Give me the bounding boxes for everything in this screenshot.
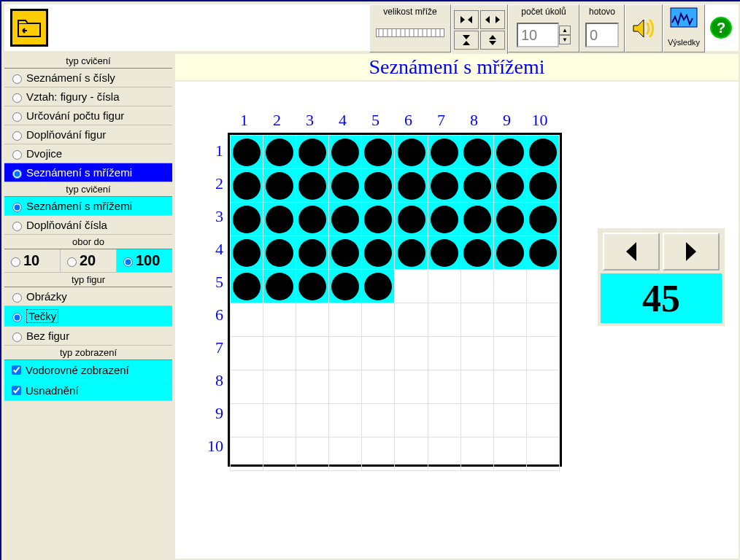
cell-2-4 xyxy=(329,169,362,203)
sound-button[interactable] xyxy=(625,4,663,52)
cell-8-1 xyxy=(231,370,263,404)
results-label: Výsledky xyxy=(663,38,704,47)
section-typ-cviceni2: typ cvičení xyxy=(4,182,172,197)
cell-9-6 xyxy=(395,404,428,438)
results-button[interactable]: Výsledky xyxy=(663,4,705,52)
fig-1[interactable]: Tečky xyxy=(4,306,172,327)
next-button[interactable] xyxy=(663,233,720,271)
dot-icon xyxy=(431,172,458,200)
help-button[interactable]: ? xyxy=(705,4,737,51)
row-1: 1 xyxy=(197,134,228,167)
row-3: 3 xyxy=(197,200,228,233)
cell-1-8 xyxy=(460,136,493,169)
cell-2-6 xyxy=(395,169,428,203)
cell-2-9 xyxy=(493,169,526,203)
opt1-1[interactable]: Vztah: figury - čísla xyxy=(4,88,172,106)
cell-7-5 xyxy=(362,337,395,370)
cell-7-9 xyxy=(493,337,526,370)
dot-icon xyxy=(463,139,491,166)
dot-icon xyxy=(266,273,293,300)
disp-0[interactable]: Vodorovné zobrazení xyxy=(4,360,172,381)
opt1-2[interactable]: Určování počtu figur xyxy=(4,106,172,125)
cell-3-7 xyxy=(428,203,460,236)
cell-4-3 xyxy=(296,236,329,270)
opt2-0[interactable]: Seznámení s mřížemi xyxy=(4,197,172,216)
expand-vert-button[interactable] xyxy=(480,31,505,50)
col-7: 7 xyxy=(425,111,458,130)
col-1: 1 xyxy=(228,111,261,130)
cell-9-9 xyxy=(493,404,526,438)
cell-3-2 xyxy=(263,203,296,236)
column-headers: 12345678910 xyxy=(228,111,556,130)
cell-2-7 xyxy=(428,169,460,203)
fig-2[interactable]: Bez figur xyxy=(4,327,172,346)
cell-5-10 xyxy=(526,270,559,303)
opt1-0[interactable]: Seznámení s čísly xyxy=(4,69,172,88)
cell-8-8 xyxy=(460,370,493,404)
grid-size-slider[interactable] xyxy=(376,28,444,37)
tasks-label: počet úkolů xyxy=(509,5,579,17)
cell-3-3 xyxy=(296,203,329,236)
col-4: 4 xyxy=(326,111,359,130)
range-20[interactable]: 20 xyxy=(61,249,117,272)
cell-9-2 xyxy=(263,404,296,438)
opt1-5[interactable]: Seznámení s mřížemi xyxy=(4,163,172,182)
row-7: 7 xyxy=(197,331,228,364)
dot-icon xyxy=(496,239,524,267)
cell-7-10 xyxy=(526,337,559,370)
cell-1-4 xyxy=(329,136,362,169)
range-100[interactable]: 100 xyxy=(117,249,172,272)
expand-horiz-button[interactable] xyxy=(480,10,505,29)
dot-icon xyxy=(398,172,425,200)
row-10: 10 xyxy=(197,429,228,462)
dot-icon xyxy=(233,239,261,267)
fig-0[interactable]: Obrázky xyxy=(4,287,172,306)
tasks-input[interactable] xyxy=(517,23,559,47)
dot-icon xyxy=(298,273,326,300)
disp-1[interactable]: Usnadnění xyxy=(4,381,172,401)
cell-4-7 xyxy=(428,236,460,270)
shrink-horiz-button[interactable] xyxy=(454,10,479,29)
section-typ-cviceni: typ cvičení xyxy=(4,54,172,69)
opt1-4[interactable]: Dvojice xyxy=(4,144,172,163)
tasks-up-button[interactable]: ▲ xyxy=(559,26,571,35)
main-area: 12345678910 12345678910 45 xyxy=(175,82,739,559)
cell-2-3 xyxy=(296,169,329,203)
opt2-1[interactable]: Doplňování čísla xyxy=(4,216,172,235)
range-10[interactable]: 10 xyxy=(4,249,61,272)
cell-4-4 xyxy=(329,236,362,270)
right-panel: 45 xyxy=(597,228,725,327)
opt1-3[interactable]: Doplňování figur xyxy=(4,125,172,144)
sidebar: typ cvičení Seznámení s čísly Vztah: fig… xyxy=(4,54,172,401)
cell-7-8 xyxy=(460,337,493,370)
dot-icon xyxy=(266,172,293,200)
section-typ-figur: typ figur xyxy=(4,273,172,287)
cell-5-5 xyxy=(362,270,395,303)
cell-2-5 xyxy=(362,169,395,203)
dot-icon xyxy=(529,139,557,166)
dot-icon xyxy=(233,206,261,233)
cell-5-9 xyxy=(493,270,526,303)
dot-icon xyxy=(331,239,359,267)
cell-2-2 xyxy=(263,169,296,203)
cell-8-6 xyxy=(395,370,428,404)
prev-button[interactable] xyxy=(603,233,660,271)
cell-8-2 xyxy=(263,370,296,404)
dot-icon xyxy=(298,172,326,200)
cell-4-2 xyxy=(263,236,296,270)
cell-2-8 xyxy=(460,169,493,203)
dot-icon xyxy=(529,239,557,267)
tasks-down-button[interactable]: ▼ xyxy=(559,35,571,44)
dot-icon xyxy=(233,273,261,300)
dot-icon xyxy=(298,206,326,233)
col-10: 10 xyxy=(523,111,556,130)
back-folder-button[interactable] xyxy=(10,9,48,47)
cell-10-7 xyxy=(428,438,460,471)
cell-9-5 xyxy=(362,404,395,438)
shrink-vert-button[interactable] xyxy=(454,31,479,50)
cell-5-1 xyxy=(231,270,263,303)
cell-10-2 xyxy=(263,438,296,471)
dot-icon xyxy=(331,172,359,200)
cell-1-10 xyxy=(526,136,559,169)
row-4: 4 xyxy=(197,233,228,265)
